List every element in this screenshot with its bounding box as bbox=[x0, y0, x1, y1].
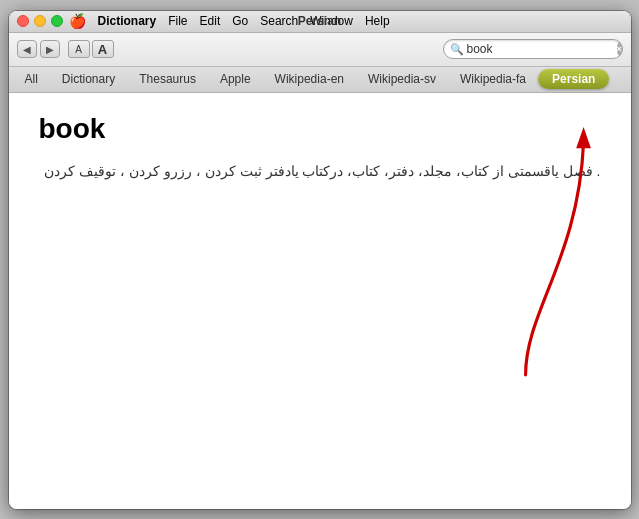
tab-wikipedia-en[interactable]: Wikipedia-en bbox=[263, 69, 356, 89]
title-bar: 🍎 Dictionary File Edit Go Search Window … bbox=[9, 11, 631, 33]
menu-file[interactable]: File bbox=[162, 14, 193, 28]
font-small-button[interactable]: A bbox=[68, 40, 90, 58]
tab-apple[interactable]: Apple bbox=[208, 69, 263, 89]
word-heading: book bbox=[39, 113, 601, 145]
font-large-button[interactable]: A bbox=[92, 40, 114, 58]
close-button[interactable] bbox=[17, 15, 29, 27]
window-title: Persian bbox=[298, 14, 341, 28]
search-input[interactable] bbox=[467, 42, 617, 56]
menu-search[interactable]: Search bbox=[254, 14, 304, 28]
forward-button[interactable]: ▶ bbox=[40, 40, 60, 58]
nav-buttons: ◀ ▶ bbox=[17, 40, 60, 58]
font-size-buttons: A A bbox=[68, 40, 114, 58]
apple-menu-icon[interactable]: 🍎 bbox=[69, 13, 86, 29]
minimize-button[interactable] bbox=[34, 15, 46, 27]
definition-text: . فصل یاقسمتی از کتاب، مجلد، دفتر، کتاب،… bbox=[39, 160, 601, 182]
tab-persian[interactable]: Persian bbox=[538, 69, 609, 89]
tab-wikipedia-sv[interactable]: Wikipedia-sv bbox=[356, 69, 448, 89]
menu-edit[interactable]: Edit bbox=[194, 14, 227, 28]
search-box: 🔍 × bbox=[443, 39, 623, 59]
toolbar: ◀ ▶ A A 🔍 × bbox=[9, 33, 631, 67]
tab-all[interactable]: All bbox=[13, 69, 50, 89]
content-area: book . فصل یاقسمتی از کتاب، مجلد، دفتر، … bbox=[9, 93, 631, 509]
search-clear-button[interactable]: × bbox=[617, 42, 622, 56]
tab-bar: All Dictionary Thesaurus Apple Wikipedia… bbox=[9, 67, 631, 93]
traffic-lights bbox=[17, 15, 63, 27]
tab-thesaurus[interactable]: Thesaurus bbox=[127, 69, 208, 89]
main-window: 🍎 Dictionary File Edit Go Search Window … bbox=[9, 11, 631, 509]
search-icon: 🔍 bbox=[450, 43, 464, 56]
maximize-button[interactable] bbox=[51, 15, 63, 27]
tab-dictionary[interactable]: Dictionary bbox=[50, 69, 127, 89]
tab-wikipedia-fa[interactable]: Wikipedia-fa bbox=[448, 69, 538, 89]
menu-dictionary[interactable]: Dictionary bbox=[92, 14, 163, 28]
annotation-arrow bbox=[9, 93, 631, 509]
back-button[interactable]: ◀ bbox=[17, 40, 37, 58]
menu-help[interactable]: Help bbox=[359, 14, 396, 28]
menu-go[interactable]: Go bbox=[226, 14, 254, 28]
